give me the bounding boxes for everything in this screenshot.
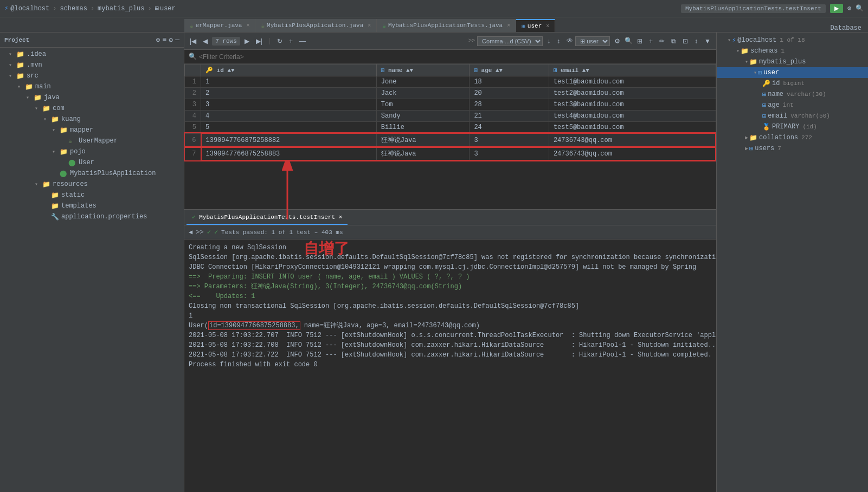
view-select[interactable]: ⊞ user [575,36,610,46]
sidebar-gear-icon[interactable]: ⚙ [169,36,173,44]
sidebar-item-mybatisapp[interactable]: ⬤ MybatisPlusApplication [0,168,184,179]
sidebar-item-mvn[interactable]: ▾ 📁 .mvn [0,60,184,70]
format-select[interactable]: Comma-...d (CSV) [477,36,543,46]
sidebar-item-appprops[interactable]: 🔧 application.properties [0,211,184,222]
tab-close-tests[interactable]: × [507,23,510,29]
tab-user-active[interactable]: ⊞ user × [516,19,555,32]
sidebar-item-main[interactable]: ▾ 📁 main [0,81,184,92]
table-row[interactable]: 55Billie24test5@baomidou.com [185,122,716,134]
rp-field-id[interactable]: 🔑 id bigint [717,78,868,89]
sidebar-item-java[interactable]: ▾ 📁 java [0,92,184,103]
rp-collations[interactable]: ▶ 📁 collations 272 [717,132,868,143]
sidebar-item-idea[interactable]: ▾ 📁 .idea [0,49,184,60]
sidebar-item-pojo[interactable]: ▾ 📁 pojo [0,146,184,157]
rp-schemas[interactable]: ▾ 📁 schemas 1 [717,46,868,56]
rp-user-table[interactable]: ▾ ⊞ user [717,67,868,78]
cell-email[interactable]: test5@baomidou.com [549,122,716,134]
cell-id[interactable]: 1390947766875258883 [201,147,377,160]
tab-close-mapper[interactable]: × [246,23,249,29]
next-page-btn[interactable]: ▶ [242,36,252,46]
cell-age[interactable]: 28 [470,99,549,111]
cell-id[interactable]: 4 [201,111,377,122]
col-email[interactable]: ⊞ email ▲▼ [549,64,716,76]
cell-age[interactable]: 3 [470,133,549,147]
cell-email[interactable]: 24736743@qq.com [549,147,716,160]
view-icon[interactable]: 👁 [567,37,573,45]
tab-mapper-java[interactable]: ☕ erMapper.java × [184,19,255,32]
sort-btn[interactable]: ↕ [692,36,700,46]
cell-name[interactable]: Tom [376,99,470,111]
table-row[interactable]: 11Jone18test1@baomidou.com [185,76,716,88]
cell-id[interactable]: 3 [201,99,377,111]
rp-field-age[interactable]: ⊞ age int [717,100,868,111]
sidebar-item-usermapper[interactable]: ☕ UserMapper [0,135,184,146]
prev-page-btn[interactable]: ◀ [201,36,210,46]
refresh-btn[interactable]: ↻ [275,36,285,46]
add-row-btn[interactable]: + [287,36,295,46]
search-icon[interactable]: 🔍 [856,4,864,12]
delete-row-btn[interactable]: — [297,36,308,46]
view-options-btn[interactable]: ⚙ [612,36,622,46]
cell-email[interactable]: test1@baomidou.com [549,76,716,88]
funnel-btn[interactable]: ▼ [702,36,713,46]
cell-id[interactable]: 1 [201,76,377,88]
upload-btn[interactable]: ↕ [555,36,562,46]
cell-id[interactable]: 2 [201,88,377,99]
table-row[interactable]: 61390947766875258882狂神说Java324736743@qq.… [185,133,716,147]
table-row[interactable]: 22Jack20test2@baomidou.com [185,88,716,99]
cell-email[interactable]: test4@baomidou.com [549,111,716,122]
col-settings-btn[interactable]: ⊞ [635,36,645,46]
tab-close-app[interactable]: × [368,23,371,29]
add-col-btn[interactable]: + [647,36,655,46]
cell-age[interactable]: 24 [470,122,549,134]
sidebar-minus-icon[interactable]: — [175,36,179,44]
sidebar-item-resources[interactable]: ▾ 📁 resources [0,179,184,190]
expand-icon[interactable]: >> [196,229,203,236]
cell-email[interactable]: 24736743@qq.com [549,133,716,147]
download-btn[interactable]: ↓ [545,36,552,46]
table-row[interactable]: 33Tom28test3@baomidou.com [185,99,716,111]
rp-users[interactable]: ▶ ⊞ users 7 [717,143,868,154]
cell-name[interactable]: Jack [376,88,470,99]
gear-icon[interactable]: ⚙ [847,4,851,12]
cell-name[interactable]: 狂神说Java [376,133,470,147]
col-age[interactable]: ⊞ age ▲▼ [470,64,549,76]
sidebar-item-kuang[interactable]: ▾ 📁 kuang [0,114,184,125]
tab-tests-java[interactable]: ☕ MybatisPlusApplicationTests.java × [377,19,516,32]
cell-name[interactable]: Billie [376,122,470,134]
cell-age[interactable]: 18 [470,76,549,88]
filter-btn2[interactable]: ⊡ [680,36,690,46]
sidebar-item-mapper[interactable]: ▾ 📁 mapper [0,125,184,135]
left-arrow-icon[interactable]: ◀ [189,228,192,236]
first-page-btn[interactable]: |◀ [188,36,198,46]
cell-name[interactable]: 狂神说Java [376,147,470,160]
table-row[interactable]: 44Sandy21test4@baomidou.com [185,111,716,122]
last-page-btn[interactable]: ▶| [254,36,265,46]
tab-application-java[interactable]: ☕ MybatisPlusApplication.java × [255,19,377,32]
cell-email[interactable]: test2@baomidou.com [549,88,716,99]
cell-age[interactable]: 20 [470,88,549,99]
cell-name[interactable]: Jone [376,76,470,88]
cell-age[interactable]: 21 [470,111,549,122]
cell-age[interactable]: 3 [470,147,549,160]
tab-close-user[interactable]: × [546,23,549,29]
sidebar-item-src[interactable]: ▾ 📁 src [0,70,184,81]
sidebar-collapse-icon[interactable]: ≡ [163,36,167,44]
cell-id[interactable]: 5 [201,122,377,134]
bottom-tab-close[interactable]: × [339,214,343,221]
bottom-tab-tests[interactable]: ✓ MybatisPlusApplicationTests.testInsert… [187,210,348,225]
cell-name[interactable]: Sandy [376,111,470,122]
sidebar-item-static[interactable]: 📁 static [0,190,184,200]
rp-field-name[interactable]: ⊞ name varchar(30) [717,89,868,100]
sidebar-item-templates[interactable]: 📁 templates [0,200,184,211]
copy-btn[interactable]: ⧉ [669,36,678,46]
rp-field-email[interactable]: ⊞ email varchar(50) [717,111,868,121]
cell-email[interactable]: test3@baomidou.com [549,99,716,111]
rp-mybatis-plus[interactable]: ▾ 📁 mybatis_plus [717,56,868,67]
edit-btn[interactable]: ✏ [657,36,667,46]
sidebar-item-user-class[interactable]: ⬤ User [0,157,184,168]
sidebar-add-icon[interactable]: ⊕ [156,36,160,44]
zoom-icon[interactable]: 🔍 [625,37,633,45]
cell-id[interactable]: 1390947766875258882 [201,133,377,147]
col-id[interactable]: 🔑 id ▲▼ [201,64,377,76]
